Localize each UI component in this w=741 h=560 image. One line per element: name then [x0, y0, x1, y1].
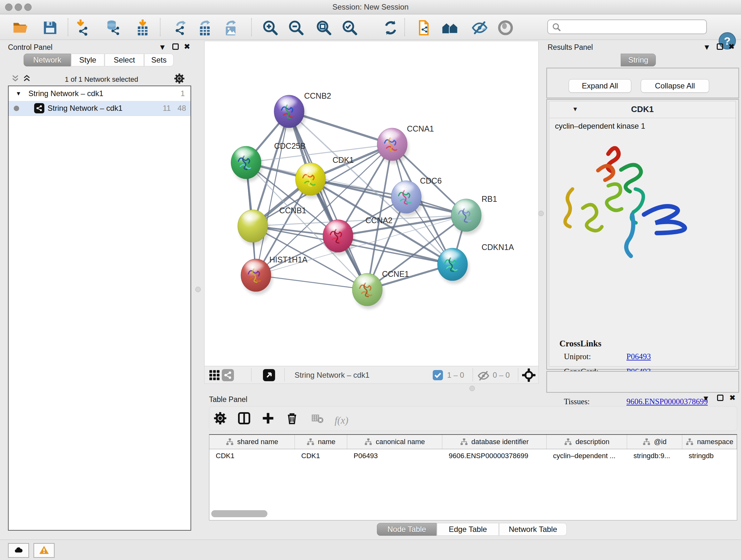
- share-document-button[interactable]: [414, 19, 434, 37]
- results-panel-menu-button[interactable]: ▼: [703, 44, 711, 51]
- tab-select[interactable]: Select: [105, 54, 144, 66]
- zoom-out-button[interactable]: [286, 19, 307, 37]
- network-label: String Network – cdk1: [48, 101, 123, 116]
- network-node-RB1[interactable]: RB1: [451, 194, 497, 235]
- zoom-in-button[interactable]: [260, 19, 280, 37]
- add-column-button[interactable]: [261, 411, 275, 426]
- cell-name[interactable]: CDK1: [295, 449, 347, 463]
- vertical-splitter-handle-right[interactable]: [538, 211, 544, 216]
- import-network-from-file-button[interactable]: [73, 19, 93, 37]
- import-table-from-file-button[interactable]: [132, 19, 153, 37]
- crosslink-link[interactable]: P06493: [626, 352, 651, 361]
- crosslink-label: Uniprot:: [564, 352, 626, 361]
- cell-shared-name[interactable]: CDK1: [209, 449, 295, 463]
- network-list: ▼ String Network – cdk1 1 String Network…: [8, 85, 191, 531]
- tab-network-table[interactable]: Network Table: [499, 523, 567, 536]
- collapse-all-networks-button[interactable]: [11, 74, 20, 84]
- show-columns-button[interactable]: [237, 411, 252, 426]
- column-type-icon: [643, 438, 651, 446]
- search-input[interactable]: [547, 19, 707, 34]
- network-node-CDC6[interactable]: CDC6: [391, 176, 442, 216]
- cloud-status-button[interactable]: [8, 543, 29, 558]
- network-status-dot: [14, 106, 19, 111]
- network-canvas[interactable]: CCNB2CCNA1CDC25BCDK1CDC6RB1CCNB1CCNA2CDK…: [204, 41, 539, 366]
- collection-expander-icon[interactable]: ▼: [16, 86, 21, 101]
- delete-column-button[interactable]: [285, 411, 299, 426]
- network-node-HIST1H1A[interactable]: HIST1H1A: [241, 255, 308, 295]
- column-header-name[interactable]: name: [295, 435, 347, 449]
- hide-panels-button[interactable]: [469, 19, 490, 37]
- edge-CCNA2-CDKN1A[interactable]: [338, 236, 453, 264]
- table-settings-gear-button[interactable]: [213, 411, 227, 426]
- network-options-gear-button[interactable]: [174, 73, 185, 85]
- column-header-database-identifier[interactable]: database identifier: [442, 435, 547, 449]
- column-header-description[interactable]: description: [547, 435, 627, 449]
- tab-string[interactable]: String: [621, 54, 656, 66]
- tab-node-table[interactable]: Node Table: [377, 523, 436, 536]
- tab-edge-table[interactable]: Edge Table: [437, 523, 499, 536]
- birds-eye-view-icon[interactable]: [263, 369, 275, 381]
- control-panel-float-button[interactable]: [172, 44, 179, 50]
- open-session-button[interactable]: [10, 19, 30, 37]
- protein-card-header[interactable]: ▼ CDK1: [549, 101, 736, 118]
- cell-database-identifier[interactable]: 9606.ENSP00000378699: [442, 449, 547, 463]
- table-panel-float-button[interactable]: [717, 395, 724, 401]
- cell-canonical-name[interactable]: P06493: [347, 449, 442, 463]
- column-header-@id[interactable]: @id: [627, 435, 682, 449]
- expand-all-button[interactable]: Expand All: [569, 79, 631, 92]
- column-header-canonical-name[interactable]: canonical name: [347, 435, 442, 449]
- zoom-selected-button[interactable]: [340, 19, 360, 37]
- results-panel-float-button[interactable]: [717, 44, 723, 50]
- export-network-button[interactable]: [171, 19, 192, 37]
- network-node-CCNA2[interactable]: CCNA2: [323, 216, 393, 255]
- network-node-CDKN1A[interactable]: CDKN1A: [437, 243, 514, 284]
- column-header-namespace[interactable]: namespace: [682, 435, 737, 449]
- open-home-button[interactable]: [440, 19, 460, 37]
- delete-table-button[interactable]: [310, 411, 325, 426]
- expand-all-networks-button[interactable]: [22, 74, 31, 84]
- edge-CCNE1-HIST1H1A[interactable]: [256, 275, 367, 290]
- results-panel-close-button[interactable]: ✖: [728, 43, 735, 51]
- tab-sets[interactable]: Sets: [144, 54, 174, 66]
- cell-@id[interactable]: stringdb:9...: [627, 449, 682, 463]
- column-type-icon: [460, 438, 468, 446]
- control-panel-menu-button[interactable]: ▼: [158, 44, 166, 51]
- grid-view-icon[interactable]: [208, 369, 220, 381]
- selected-counts: 1 – 0: [447, 366, 464, 384]
- table-horizontal-scrollbar[interactable]: [211, 510, 267, 517]
- horizontal-splitter-handle[interactable]: [469, 386, 475, 391]
- fit-selected-crosshair-icon[interactable]: [522, 368, 536, 382]
- warning-status-button[interactable]: [33, 543, 55, 558]
- table-row[interactable]: CDK1CDK1P064939606.ENSP00000378699cyclin…: [209, 449, 737, 463]
- table-panel-menu-button[interactable]: ▼: [702, 395, 710, 402]
- network-share-icon[interactable]: [222, 369, 234, 381]
- control-panel-close-button[interactable]: ✖: [184, 43, 190, 51]
- toolbar-separator: [404, 18, 405, 36]
- lens-button[interactable]: [495, 19, 516, 37]
- tab-style[interactable]: Style: [71, 54, 105, 66]
- apply-function-button[interactable]: f(x): [334, 413, 349, 428]
- cell-namespace[interactable]: stringdb: [682, 449, 737, 463]
- save-session-button[interactable]: [40, 19, 60, 37]
- export-table-button[interactable]: [195, 19, 216, 37]
- network-collection-row[interactable]: ▼ String Network – cdk1 1: [9, 86, 191, 101]
- import-network-from-database-button[interactable]: [103, 19, 123, 37]
- cell-description[interactable]: cyclin–dependent ...: [547, 449, 627, 463]
- table-panel-close-button[interactable]: ✖: [729, 394, 736, 401]
- edge-CDK1-RB1[interactable]: [311, 179, 466, 215]
- network-node-CCNE1[interactable]: CCNE1: [352, 269, 409, 309]
- vertical-splitter-handle-left[interactable]: [195, 287, 201, 292]
- crosslink-link[interactable]: 9606.ENSP00000378699: [626, 397, 708, 406]
- collapse-all-button[interactable]: Collapse All: [641, 79, 709, 92]
- crosslink-label: Tissues:: [564, 397, 626, 406]
- export-image-button[interactable]: [221, 19, 242, 37]
- zoom-fit-content-button[interactable]: [314, 19, 334, 37]
- network-row-selected[interactable]: String Network – cdk1 11 48: [9, 101, 191, 116]
- node-label-CDC25B: CDC25B: [274, 141, 306, 150]
- selected-nodes-checkbox[interactable]: [433, 370, 443, 380]
- tab-network[interactable]: Network: [23, 54, 71, 66]
- column-header-shared-name[interactable]: shared name: [209, 435, 295, 449]
- network-edge-count: 48: [178, 101, 186, 116]
- refresh-view-button[interactable]: [381, 19, 401, 37]
- network-node-CCNB2[interactable]: CCNB2: [274, 91, 331, 131]
